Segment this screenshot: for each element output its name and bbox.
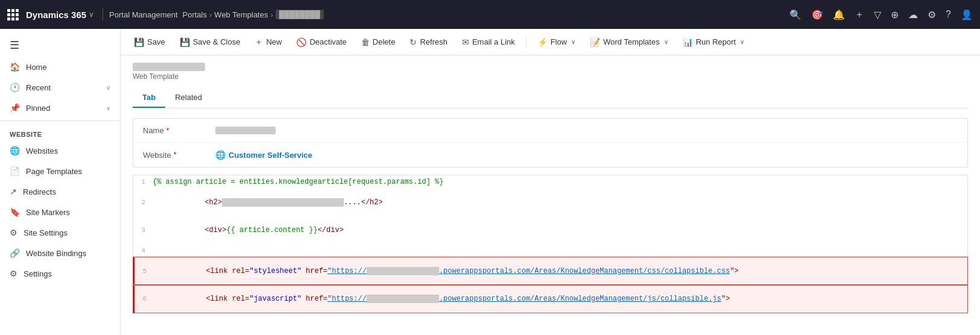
breadcrumb-current: ████████	[276, 10, 324, 19]
globe-icon: 🌐	[215, 150, 226, 160]
plus-icon[interactable]: ＋	[855, 8, 864, 21]
sidebar-item-label: Redirects	[23, 187, 56, 196]
liquid-tag: {{ article.content }}	[226, 226, 317, 234]
deactivate-button[interactable]: 🚫 Deactivate	[290, 34, 352, 50]
email-link-button[interactable]: ✉ Email a Link	[456, 34, 521, 50]
code-line-3: 3 <div>{{ article.content }}</div>	[133, 216, 967, 244]
tab-related[interactable]: Related	[165, 88, 212, 108]
code-content: <link rel="javascript" href="https:// .p…	[151, 286, 967, 312]
save-close-icon: 💾	[180, 37, 190, 47]
bell-icon[interactable]: 🔔	[833, 9, 845, 20]
app-chevron-icon: ∨	[89, 10, 94, 19]
chevron-down-icon: ∨	[106, 84, 110, 91]
required-indicator: *	[166, 127, 169, 135]
sidebar-item-label: Recent	[26, 83, 51, 92]
required-indicator: *	[174, 151, 177, 159]
record-title	[133, 63, 205, 71]
user-icon[interactable]: 👤	[961, 9, 973, 20]
flow-dropdown-icon: ∨	[571, 39, 575, 45]
website-link[interactable]: 🌐 Customer Self-Service	[215, 150, 958, 160]
cloud-icon[interactable]: ☁	[908, 9, 918, 20]
settings-icon[interactable]: ⚙	[928, 9, 936, 20]
marker-icon: 🔖	[10, 207, 20, 217]
globe-icon: 🌐	[10, 146, 20, 155]
line-number: 5	[134, 268, 151, 275]
sidebar-item-website-bindings[interactable]: 🔗 Website Bindings	[0, 243, 120, 263]
sidebar-item-label: Home	[26, 63, 47, 72]
record-subtitle: Web Template	[133, 72, 968, 81]
home-icon: 🏠	[10, 62, 20, 72]
website-value: 🌐 Customer Self-Service	[215, 150, 958, 160]
sidebar-item-recent[interactable]: 🕐 Recent ∨	[0, 77, 120, 98]
word-templates-button[interactable]: 📝 Word Templates ∨	[584, 34, 674, 50]
sidebar-section-website: Website	[0, 124, 120, 140]
new-button[interactable]: ＋ New	[248, 34, 288, 51]
top-nav: Dynamics 365 ∨ Portal Management Portals…	[0, 0, 980, 29]
filter-icon[interactable]: ▽	[874, 9, 881, 20]
refresh-icon: ↻	[409, 37, 417, 47]
sidebar: ☰ 🏠 Home 🕐 Recent ∨ 📌 Pinned ∨ Website 🌐…	[0, 29, 121, 335]
breadcrumb-sep1: ›	[209, 10, 212, 19]
form-section: Name * Website * 🌐 Custom	[133, 118, 968, 168]
website-label: Website *	[143, 151, 215, 160]
breadcrumb-sep2: ›	[270, 10, 273, 19]
name-value[interactable]	[215, 127, 958, 134]
sidebar-item-label: Pinned	[26, 104, 50, 113]
code-line-1: 1 {% assign article = entities.knowledge…	[133, 175, 967, 189]
code-content: <div>{{ article.content }}</div>	[150, 218, 967, 243]
code-editor[interactable]: 1 {% assign article = entities.knowledge…	[133, 175, 968, 313]
sidebar-item-pinned[interactable]: 📌 Pinned ∨	[0, 98, 120, 118]
code-content: <h2>████████████████████████████....</h2…	[150, 190, 967, 215]
sidebar-item-site-markers[interactable]: 🔖 Site Markers	[0, 202, 120, 222]
sidebar-item-label: Websites	[26, 146, 58, 155]
code-content: {% assign article = entities.knowledgear…	[150, 178, 967, 186]
page-icon: 📄	[10, 166, 20, 176]
code-line-2: 2 <h2>████████████████████████████....</…	[133, 189, 967, 216]
form-row-name: Name *	[133, 119, 967, 143]
sidebar-item-page-templates[interactable]: 📄 Page Templates	[0, 161, 120, 181]
chevron-down-icon: ∨	[106, 105, 110, 111]
sidebar-item-label: Page Templates	[26, 167, 82, 176]
code-string: "stylesheet"	[249, 267, 301, 275]
breadcrumb-webtemplates[interactable]: Web Templates	[214, 10, 268, 19]
email-icon: ✉	[462, 37, 469, 47]
binding-icon: 🔗	[10, 248, 20, 258]
breadcrumb: Portals › Web Templates › ████████	[183, 10, 324, 19]
tab-tab[interactable]: Tab	[133, 88, 165, 108]
sidebar-item-settings[interactable]: ⚙ Settings	[0, 263, 120, 284]
flow-button[interactable]: ⚡ Flow ∨	[531, 34, 581, 50]
sidebar-hamburger-icon[interactable]: ☰	[0, 34, 120, 57]
breadcrumb-portals[interactable]: Portals	[183, 10, 207, 19]
delete-button[interactable]: 🗑 Delete	[355, 34, 402, 50]
circle-plus-icon[interactable]: ⊕	[891, 9, 899, 20]
sidebar-item-label: Site Settings	[24, 228, 68, 237]
top-nav-right: 🔍 🎯 🔔 ＋ ▽ ⊕ ☁ ⚙ ? 👤	[789, 8, 973, 21]
refresh-button[interactable]: ↻ Refresh	[403, 34, 454, 50]
cmd-separator	[526, 36, 526, 48]
app-name: Dynamics 365	[26, 10, 86, 20]
code-line-6: 6 <link rel="javascript" href="https:// …	[133, 285, 967, 313]
code-tag: <h2>	[204, 198, 222, 207]
delete-icon: 🗑	[361, 37, 370, 47]
form-row-website: Website * 🌐 Customer Self-Service	[133, 143, 967, 167]
code-tag: <div>	[204, 226, 226, 234]
word-icon: 📝	[590, 37, 600, 47]
waffle-icon[interactable]	[7, 9, 19, 20]
name-blurred	[215, 127, 276, 134]
sidebar-item-label: Website Bindings	[26, 249, 86, 258]
save-button[interactable]: 💾 Save	[128, 34, 171, 50]
save-close-button[interactable]: 💾 Save & Close	[174, 34, 247, 50]
name-label: Name *	[143, 126, 215, 135]
help-icon[interactable]: ?	[946, 9, 951, 20]
code-line-5: 5 <link rel="stylesheet" href="https:// …	[133, 257, 967, 285]
target-icon[interactable]: 🎯	[811, 9, 823, 20]
recent-icon: 🕐	[10, 83, 20, 92]
run-report-button[interactable]: 📊 Run Report ∨	[677, 34, 750, 50]
report-icon: 📊	[683, 37, 693, 47]
sidebar-item-websites[interactable]: 🌐 Websites	[0, 140, 120, 161]
search-icon[interactable]: 🔍	[789, 9, 801, 20]
sidebar-item-home[interactable]: 🏠 Home	[0, 57, 120, 77]
sidebar-item-site-settings[interactable]: ⚙ Site Settings	[0, 222, 120, 243]
deactivate-icon: 🚫	[296, 37, 306, 47]
sidebar-item-redirects[interactable]: ↗ Redirects	[0, 181, 120, 202]
